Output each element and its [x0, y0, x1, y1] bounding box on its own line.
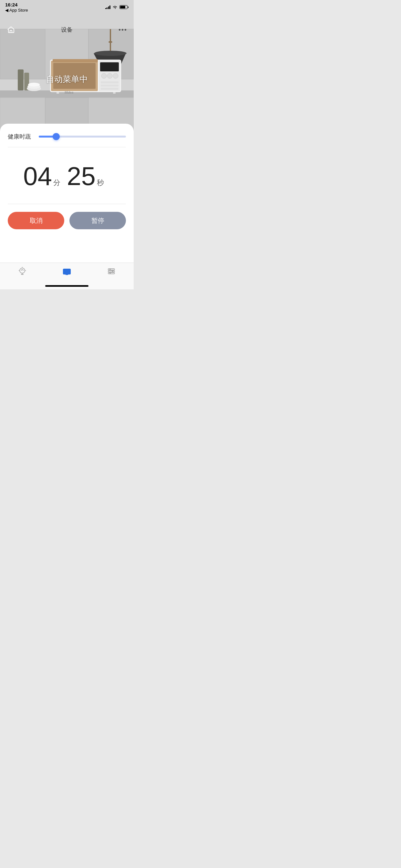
signal-icon	[105, 5, 111, 9]
svg-text:Midea: Midea	[65, 91, 73, 94]
button-row: 取消 暂停	[8, 212, 126, 232]
nav-title: 设备	[61, 26, 73, 34]
timer-second-unit: 秒	[97, 178, 104, 188]
svg-point-45	[112, 271, 113, 272]
oven-status-text: 自动菜单中	[46, 73, 88, 85]
timer-section: 04 分 25 秒	[8, 147, 126, 204]
svg-point-25	[101, 73, 106, 79]
svg-rect-43	[108, 273, 115, 274]
svg-rect-29	[101, 85, 119, 87]
svg-point-46	[110, 273, 111, 274]
control-panel: 健康时蔬 04 分 25 秒 取消 暂停	[0, 124, 134, 262]
nav-bar: 设备 •••	[0, 23, 134, 37]
home-indicator	[45, 285, 89, 287]
svg-point-35	[20, 268, 25, 273]
more-icon[interactable]: •••	[119, 26, 127, 34]
appstore-label: App Store	[9, 8, 28, 12]
timer-minute-unit: 分	[53, 178, 60, 188]
status-left: 16:24 ◀ App Store	[5, 2, 28, 12]
tab-settings[interactable]	[102, 267, 121, 276]
settings-icon	[107, 267, 116, 276]
svg-point-44	[110, 269, 111, 270]
tab-device[interactable]	[57, 267, 76, 276]
status-appstore[interactable]: ◀ App Store	[5, 8, 28, 12]
pause-button[interactable]: 暂停	[69, 212, 126, 229]
svg-point-5	[94, 51, 127, 56]
slider-track[interactable]	[39, 135, 126, 137]
svg-rect-33	[113, 92, 116, 94]
svg-rect-42	[108, 271, 115, 272]
home-icon[interactable]	[6, 25, 16, 34]
timer-minutes: 04	[23, 163, 52, 189]
svg-point-6	[109, 41, 112, 43]
svg-rect-30	[101, 88, 119, 90]
timer-seconds: 25	[67, 163, 96, 189]
status-right	[105, 5, 129, 9]
svg-point-26	[107, 73, 112, 79]
svg-point-18	[28, 83, 40, 87]
svg-rect-24	[100, 62, 119, 71]
svg-rect-32	[57, 92, 59, 94]
slider-thumb[interactable]	[53, 133, 60, 140]
svg-rect-14	[18, 69, 24, 90]
wifi-icon	[112, 5, 118, 9]
svg-rect-41	[108, 269, 115, 270]
status-bar: 16:24 ◀ App Store	[0, 0, 134, 14]
svg-rect-22	[53, 59, 98, 62]
cancel-button[interactable]: 取消	[8, 212, 64, 229]
slider-section: 健康时蔬	[8, 124, 126, 147]
battery-icon	[120, 5, 128, 9]
device-icon	[62, 267, 71, 276]
tab-recipes[interactable]	[12, 267, 32, 276]
svg-point-27	[113, 73, 118, 79]
svg-rect-28	[101, 82, 119, 83]
slider-label: 健康时蔬	[8, 133, 34, 141]
svg-rect-34	[10, 30, 12, 33]
recipes-icon	[18, 267, 27, 276]
svg-rect-40	[64, 270, 69, 273]
svg-rect-39	[66, 274, 68, 275]
status-time: 16:24	[5, 2, 28, 8]
divider	[8, 204, 126, 204]
back-arrow: ◀	[5, 8, 8, 12]
svg-rect-36	[21, 274, 24, 275]
